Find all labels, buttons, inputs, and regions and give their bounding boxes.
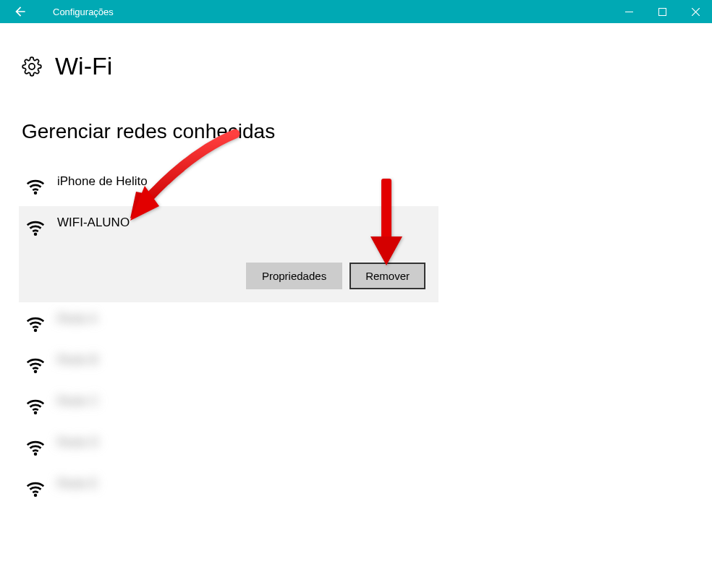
svg-point-6 (34, 412, 38, 415)
network-body: Rede E (46, 476, 433, 491)
svg-point-5 (34, 370, 38, 374)
wifi-icon (25, 478, 46, 500)
network-item[interactable]: Rede D (19, 426, 438, 467)
network-list: iPhone de Helito WIFI-ALUNOPropriedadesR… (19, 165, 690, 508)
wifi-icon (25, 217, 46, 239)
svg-rect-1 (658, 8, 666, 15)
close-button[interactable] (679, 0, 712, 23)
wifi-icon (25, 176, 46, 197)
network-name: Rede C (57, 394, 433, 409)
maximize-button[interactable] (645, 0, 679, 23)
network-name: Rede B (57, 353, 433, 367)
properties-button[interactable]: Propriedades (246, 263, 342, 289)
gear-icon (22, 56, 42, 77)
svg-point-2 (34, 192, 38, 195)
network-item[interactable]: Rede C (19, 385, 438, 426)
network-item[interactable]: Rede A (19, 302, 438, 344)
page-header: Wi-Fi (22, 52, 690, 80)
back-arrow-icon (13, 4, 27, 19)
network-name: Rede A (57, 312, 433, 326)
wifi-icon (25, 313, 46, 335)
svg-point-4 (34, 329, 38, 333)
network-item[interactable]: Rede E (19, 467, 438, 508)
minimize-icon (625, 8, 633, 16)
svg-rect-0 (625, 12, 633, 12)
network-name: Rede E (57, 477, 433, 491)
network-body: Rede A (46, 311, 433, 326)
network-name: Rede D (57, 435, 433, 450)
network-body: WIFI-ALUNOPropriedadesRemover (46, 215, 433, 289)
network-body: Rede C (46, 393, 433, 409)
section-title: Gerenciar redes conhecidas (22, 120, 690, 143)
network-actions: PropriedadesRemover (46, 263, 433, 289)
network-name: WIFI-ALUNO (57, 216, 433, 230)
network-item[interactable]: WIFI-ALUNOPropriedadesRemover (19, 206, 438, 302)
wifi-icon (25, 354, 46, 376)
svg-point-7 (34, 453, 38, 456)
network-item[interactable]: iPhone de Helito (19, 165, 438, 206)
window-controls (612, 0, 712, 23)
content-area: Wi-Fi Gerenciar redes conhecidas iPhone … (0, 23, 712, 508)
svg-point-3 (34, 233, 38, 237)
maximize-icon (658, 8, 666, 16)
titlebar: Configurações (0, 0, 712, 23)
svg-point-8 (34, 494, 38, 498)
network-body: iPhone de Helito (46, 174, 433, 189)
network-body: Rede D (46, 435, 433, 450)
page-title: Wi-Fi (55, 52, 112, 80)
network-item[interactable]: Rede B (19, 344, 438, 385)
remove-button[interactable]: Remover (349, 263, 425, 289)
back-button[interactable] (0, 0, 40, 23)
window-title: Configurações (53, 7, 114, 17)
close-icon (692, 8, 700, 16)
network-body: Rede B (46, 352, 433, 367)
network-name: iPhone de Helito (57, 174, 433, 189)
wifi-icon (25, 396, 46, 417)
minimize-button[interactable] (612, 0, 645, 23)
wifi-icon (25, 437, 46, 459)
